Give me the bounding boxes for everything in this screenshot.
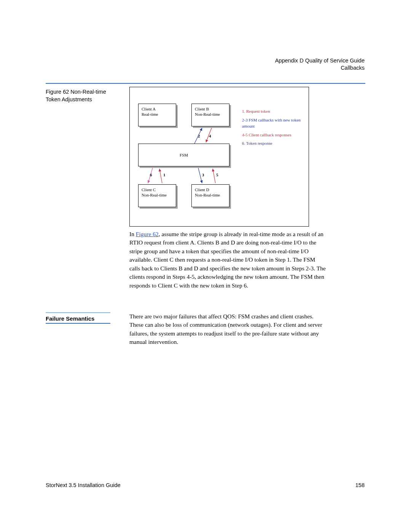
legend-4: 6. Token response — [242, 140, 305, 147]
running-header: Appendix D Quality of Service Guide Call… — [275, 57, 365, 72]
figure-62-link[interactable]: Figure 62 — [136, 231, 159, 237]
header-line-1: Appendix D Quality of Service Guide — [275, 57, 365, 64]
para1-pre: In — [129, 231, 136, 237]
section-rule-top — [46, 312, 110, 313]
footer-page-number: 158 — [355, 482, 365, 488]
section-rule-bottom — [46, 323, 110, 324]
figure-legend: 1. Request token 2-3 FSM callbacks with … — [242, 108, 305, 147]
svg-line-3 — [159, 169, 162, 183]
section-title: Failure Semantics — [46, 315, 110, 322]
figure-62-diagram: Client A Real-time Client B Non-Real-tim… — [129, 87, 309, 227]
flow-label-3: 3 — [202, 173, 204, 177]
header-line-2: Callbacks — [275, 64, 365, 72]
legend-1: 1. Request token — [242, 108, 305, 115]
flow-label-1: 1 — [163, 173, 166, 177]
paragraph-2: There are two major failures that affect… — [129, 312, 327, 347]
top-divider — [46, 83, 365, 84]
footer-title: StorNext 3.5 Installation Guide — [46, 482, 121, 488]
flow-label-2: 2 — [198, 134, 200, 138]
legend-3: 4-5 Client callback responses — [242, 132, 305, 138]
para1-post: , assume the stripe group is already in … — [129, 231, 326, 289]
svg-line-5 — [213, 169, 215, 183]
svg-line-4 — [198, 168, 202, 183]
paragraph-1: In Figure 62, assume the stripe group is… — [129, 230, 327, 290]
flow-label-6: 6 — [150, 173, 152, 177]
figure-caption: Figure 62 Non-Real-time Token Adjustment… — [46, 88, 114, 103]
flow-label-4: 4 — [209, 134, 211, 138]
legend-2: 2-3 FSM callbacks with new token amount — [242, 117, 305, 129]
document-page: Appendix D Quality of Service Guide Call… — [0, 0, 411, 532]
flow-label-5: 5 — [216, 173, 218, 177]
